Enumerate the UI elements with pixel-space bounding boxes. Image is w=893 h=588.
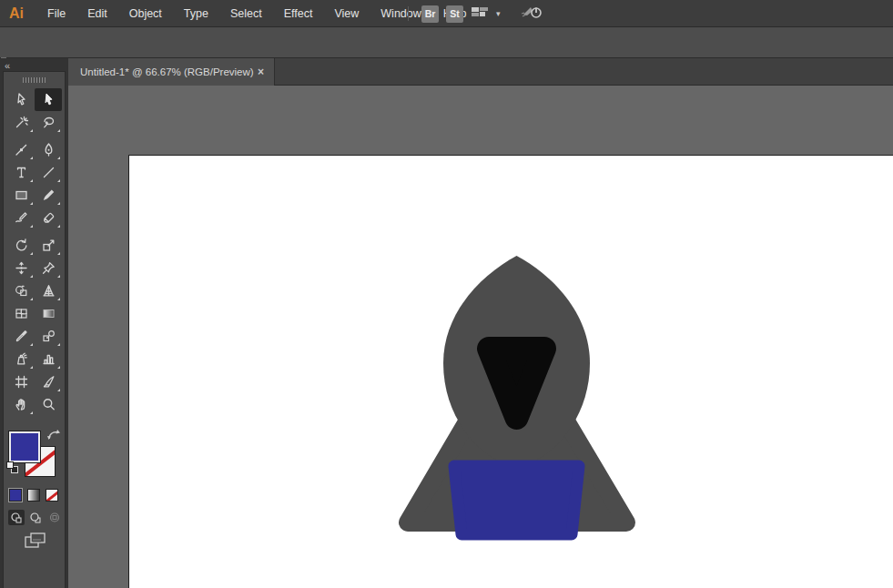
menu-bar: Ai FileEditObjectTypeSelectEffectViewWin… (0, 0, 893, 27)
shaper-tool[interactable] (7, 207, 35, 229)
gradient-button[interactable] (27, 489, 40, 502)
tool-panel-grip[interactable] (23, 77, 46, 83)
flyout-indicator-icon (30, 343, 33, 346)
menu-effect[interactable]: Effect (273, 0, 324, 27)
pen-tool[interactable] (7, 138, 35, 161)
paintbrush-tool[interactable] (35, 184, 62, 207)
flyout-indicator-icon (57, 298, 60, 300)
flyout-indicator-icon (30, 157, 33, 159)
flyout-indicator-icon (57, 157, 60, 159)
color-button[interactable] (9, 489, 22, 502)
flyout-indicator-icon (30, 252, 33, 255)
body-panel-shape[interactable] (454, 466, 579, 534)
illustrator-logo: Ai (0, 5, 36, 22)
draw-inside-button[interactable] (46, 510, 63, 525)
flyout-indicator-icon (57, 179, 60, 182)
menu-select[interactable]: Select (219, 0, 273, 27)
menu-object[interactable]: Object (118, 0, 173, 27)
drawing-mode-row (8, 510, 63, 525)
document-tab-bar: Untitled-1* @ 66.67% (RGB/Preview) × (68, 58, 893, 86)
document-tab-title: Untitled-1* @ 66.67% (RGB/Preview) (80, 66, 255, 77)
artboard-tool[interactable] (7, 370, 35, 393)
default-fill-stroke-icon[interactable] (6, 461, 21, 476)
tool-grid (7, 88, 62, 416)
flyout-indicator-icon (30, 202, 33, 205)
mesh-tool[interactable] (7, 302, 35, 325)
flyout-indicator-icon (57, 225, 60, 228)
rectangle-tool[interactable] (7, 184, 35, 207)
flyout-indicator-icon (57, 202, 60, 205)
curvature-tool[interactable] (35, 138, 62, 161)
line-segment-tool[interactable] (35, 161, 62, 184)
tool-panel (3, 71, 66, 588)
flyout-indicator-icon (30, 366, 33, 369)
flyout-indicator-icon (57, 343, 60, 346)
puppet-warp-tool[interactable] (35, 257, 62, 279)
screen-mode-button[interactable] (24, 532, 47, 555)
draw-behind-button[interactable] (27, 510, 44, 525)
type-tool[interactable] (7, 161, 35, 184)
flyout-indicator-icon (57, 275, 60, 278)
menubar-separator (408, 6, 409, 21)
flyout-indicator-icon (30, 129, 33, 132)
gradient-tool[interactable] (35, 302, 62, 325)
canvas-pasteboard[interactable] (68, 86, 893, 588)
flyout-indicator-icon (57, 252, 60, 255)
stock-button[interactable]: St (446, 5, 463, 23)
selection-tool[interactable] (35, 88, 62, 111)
lasso-tool[interactable] (35, 111, 62, 134)
tab-close-icon[interactable]: × (255, 66, 267, 78)
workspace-chevron-down-icon[interactable]: ▾ (496, 9, 501, 18)
control-bar: No Selection ▼ ▼ Stroke: ▲ ▼ ▼ ▼ • 3 pt.… (0, 27, 893, 58)
hand-tool[interactable] (7, 393, 35, 416)
color-type-row (9, 489, 58, 502)
gpu-performance-icon[interactable] (521, 4, 544, 24)
illustrator-window: Ai FileEditObjectTypeSelectEffectViewWin… (0, 0, 893, 588)
magic-wand-tool[interactable] (7, 111, 35, 134)
fill-indicator-swatch[interactable] (8, 431, 41, 463)
direct-selection-tool[interactable] (7, 88, 35, 111)
flyout-indicator-icon (57, 129, 60, 132)
rotate-tool[interactable] (7, 234, 35, 257)
menu-view[interactable]: View (323, 0, 370, 27)
zoom-tool[interactable] (35, 393, 62, 416)
flyout-indicator-icon (30, 298, 33, 300)
perspective-grid-tool[interactable] (35, 279, 62, 302)
flyout-indicator-icon (30, 411, 33, 414)
menu-file[interactable]: File (36, 0, 76, 27)
draw-normal-button[interactable] (8, 510, 25, 525)
tool-rail: « (0, 58, 68, 588)
symbol-sprayer-tool[interactable] (7, 348, 35, 370)
menu-edit[interactable]: Edit (76, 0, 118, 27)
fill-stroke-widget (4, 431, 66, 483)
eraser-tool[interactable] (35, 207, 62, 229)
swap-fill-stroke-icon[interactable] (46, 429, 61, 446)
artboard[interactable] (128, 155, 893, 588)
menubar-right-cluster: Br St ▾ (408, 0, 544, 27)
scale-tool[interactable] (35, 234, 62, 257)
slice-tool[interactable] (35, 370, 62, 393)
blend-tool[interactable] (35, 325, 62, 348)
flyout-indicator-icon (57, 389, 60, 391)
bridge-button[interactable]: Br (421, 5, 439, 23)
column-graph-tool[interactable] (35, 348, 62, 370)
workspace-switcher-icon[interactable] (471, 5, 489, 23)
menu-type[interactable]: Type (173, 0, 219, 27)
eyedropper-tool[interactable] (7, 325, 35, 348)
panel-collapse-icon[interactable]: « (5, 60, 9, 71)
none-slash-icon (46, 489, 58, 502)
flyout-indicator-icon (30, 225, 33, 228)
flyout-indicator-icon (30, 179, 33, 182)
none-button[interactable] (46, 489, 58, 502)
shape-builder-tool[interactable] (7, 279, 35, 302)
flyout-indicator-icon (30, 275, 33, 278)
width-tool[interactable] (7, 257, 35, 279)
flyout-indicator-icon (57, 366, 60, 369)
hooded-figure-artwork (129, 156, 893, 588)
document-tab[interactable]: Untitled-1* @ 66.67% (RGB/Preview) × (68, 58, 275, 86)
